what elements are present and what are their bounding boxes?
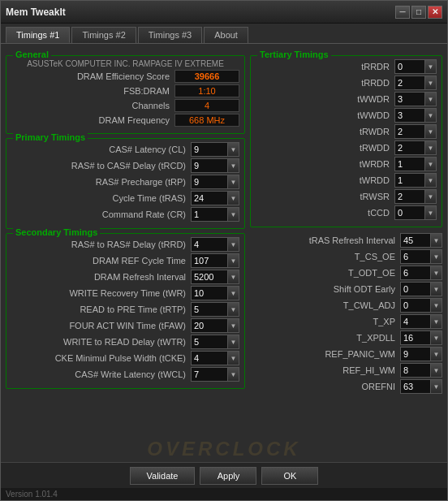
tertiary-row-9: tCCD ▼ bbox=[256, 205, 437, 220]
primary-control-4: ▼ bbox=[191, 207, 239, 222]
secondary-input-5[interactable] bbox=[191, 318, 228, 333]
extra-arrow-3[interactable]: ▼ bbox=[431, 282, 442, 296]
secondary-arrow-0[interactable]: ▼ bbox=[228, 237, 239, 252]
tertiary-input-0[interactable] bbox=[394, 59, 425, 74]
freq-row: DRAM Frequency 668 MHz bbox=[11, 114, 239, 127]
extra-arrow-7[interactable]: ▼ bbox=[431, 347, 442, 361]
extra-label-8: REF_HI_WM bbox=[250, 365, 400, 375]
secondary-arrow-2[interactable]: ▼ bbox=[228, 270, 239, 284]
secondary-control-3: ▼ bbox=[191, 286, 239, 300]
tab-timings1[interactable]: Timings #1 bbox=[6, 27, 70, 43]
efficiency-row: DRAM Efficiency Score 39666 bbox=[11, 70, 239, 83]
primary-input-2[interactable] bbox=[191, 175, 228, 189]
right-column: Tertiary Timings tRRDR ▼ tRRDD ▼ bbox=[250, 49, 442, 431]
primary-input-1[interactable] bbox=[191, 158, 228, 173]
secondary-input-4[interactable] bbox=[191, 302, 228, 317]
extra-arrow-0[interactable]: ▼ bbox=[431, 233, 442, 248]
extra-arrow-9[interactable]: ▼ bbox=[431, 379, 442, 394]
secondary-input-2[interactable] bbox=[191, 270, 228, 284]
validate-button[interactable]: Validate bbox=[130, 467, 196, 485]
tertiary-label-1: tRRDD bbox=[256, 78, 394, 88]
extra-input-9[interactable] bbox=[400, 379, 431, 394]
extra-arrow-6[interactable]: ▼ bbox=[431, 330, 442, 345]
extra-arrow-8[interactable]: ▼ bbox=[431, 363, 442, 378]
secondary-arrow-4[interactable]: ▼ bbox=[228, 302, 239, 317]
extra-arrow-5[interactable]: ▼ bbox=[431, 314, 442, 329]
left-column: General ASUSTeK COMPUTER INC. RAMPAGE IV… bbox=[6, 49, 245, 431]
tab-timings3[interactable]: Timings #3 bbox=[138, 27, 202, 43]
tertiary-input-9[interactable] bbox=[394, 205, 425, 220]
extra-input-3[interactable] bbox=[400, 282, 431, 296]
extra-input-4[interactable] bbox=[400, 298, 431, 313]
primary-control-1: ▼ bbox=[191, 158, 239, 173]
minimize-button[interactable]: ─ bbox=[395, 6, 410, 19]
extra-arrow-1[interactable]: ▼ bbox=[431, 249, 442, 264]
primary-input-3[interactable] bbox=[191, 191, 228, 205]
extra-control-3: ▼ bbox=[400, 282, 442, 296]
tertiary-arrow-6[interactable]: ▼ bbox=[425, 157, 437, 171]
ok-button[interactable]: OK bbox=[261, 467, 318, 485]
tertiary-input-1[interactable] bbox=[394, 76, 425, 90]
primary-arrow-3[interactable]: ▼ bbox=[228, 191, 239, 205]
secondary-arrow-6[interactable]: ▼ bbox=[228, 335, 239, 349]
extra-input-5[interactable] bbox=[400, 314, 431, 329]
tab-timings2[interactable]: Timings #2 bbox=[71, 27, 136, 43]
extra-control-6: ▼ bbox=[400, 330, 442, 345]
extra-arrow-2[interactable]: ▼ bbox=[431, 266, 442, 280]
tertiary-arrow-0[interactable]: ▼ bbox=[425, 59, 437, 74]
tertiary-row-8: tRWSR ▼ bbox=[256, 189, 437, 204]
tertiary-arrow-7[interactable]: ▼ bbox=[425, 173, 437, 188]
secondary-arrow-7[interactable]: ▼ bbox=[228, 351, 239, 365]
secondary-input-0[interactable] bbox=[191, 237, 228, 252]
primary-input-0[interactable] bbox=[191, 142, 228, 157]
extra-input-0[interactable] bbox=[400, 233, 431, 248]
secondary-input-8[interactable] bbox=[191, 367, 228, 382]
tertiary-arrow-8[interactable]: ▼ bbox=[425, 189, 437, 204]
secondary-arrow-3[interactable]: ▼ bbox=[228, 286, 239, 300]
secondary-arrow-5[interactable]: ▼ bbox=[228, 318, 239, 333]
tertiary-input-4[interactable] bbox=[394, 124, 425, 139]
secondary-input-6[interactable] bbox=[191, 335, 228, 349]
extra-row-3: Shift ODT Early ▼ bbox=[250, 282, 442, 296]
fsb-value: 1:10 bbox=[174, 84, 239, 97]
secondary-input-1[interactable] bbox=[191, 253, 228, 268]
tertiary-arrow-9[interactable]: ▼ bbox=[425, 205, 437, 220]
extra-input-8[interactable] bbox=[400, 363, 431, 378]
secondary-row-7: CKE Minimul Pulse Width (tCKE) ▼ bbox=[11, 351, 239, 365]
version-bar: Version 1.01.4 bbox=[1, 488, 447, 500]
tertiary-input-7[interactable] bbox=[394, 173, 425, 188]
tab-about[interactable]: About bbox=[204, 27, 248, 43]
primary-arrow-1[interactable]: ▼ bbox=[228, 158, 239, 173]
tertiary-input-3[interactable] bbox=[394, 108, 425, 123]
secondary-input-7[interactable] bbox=[191, 351, 228, 365]
tertiary-arrow-5[interactable]: ▼ bbox=[425, 140, 437, 155]
tertiary-arrow-3[interactable]: ▼ bbox=[425, 108, 437, 123]
secondary-control-0: ▼ bbox=[191, 237, 239, 252]
secondary-input-3[interactable] bbox=[191, 286, 228, 300]
tertiary-arrow-1[interactable]: ▼ bbox=[425, 76, 437, 90]
secondary-label: Secondary Timings bbox=[13, 227, 100, 237]
maximize-button[interactable]: □ bbox=[411, 6, 426, 19]
secondary-row-0: RAS# to RAS# Delay (tRRD) ▼ bbox=[11, 237, 239, 252]
tertiary-input-6[interactable] bbox=[394, 157, 425, 171]
secondary-arrow-1[interactable]: ▼ bbox=[228, 253, 239, 268]
primary-arrow-0[interactable]: ▼ bbox=[228, 142, 239, 157]
primary-arrow-2[interactable]: ▼ bbox=[228, 175, 239, 189]
close-button[interactable]: ✕ bbox=[428, 6, 442, 19]
primary-arrow-4[interactable]: ▼ bbox=[228, 207, 239, 222]
tertiary-label-3: tWWDD bbox=[256, 110, 394, 120]
secondary-arrow-8[interactable]: ▼ bbox=[228, 367, 239, 382]
extra-input-6[interactable] bbox=[400, 330, 431, 345]
extra-arrow-4[interactable]: ▼ bbox=[431, 298, 442, 313]
primary-control-3: ▼ bbox=[191, 191, 239, 205]
extra-input-7[interactable] bbox=[400, 347, 431, 361]
tertiary-input-2[interactable] bbox=[394, 92, 425, 106]
tertiary-input-5[interactable] bbox=[394, 140, 425, 155]
primary-input-4[interactable] bbox=[191, 207, 228, 222]
tertiary-input-8[interactable] bbox=[394, 189, 425, 204]
extra-input-1[interactable] bbox=[400, 249, 431, 264]
tertiary-arrow-4[interactable]: ▼ bbox=[425, 124, 437, 139]
extra-input-2[interactable] bbox=[400, 266, 431, 280]
apply-button[interactable]: Apply bbox=[200, 467, 256, 485]
tertiary-arrow-2[interactable]: ▼ bbox=[425, 92, 437, 106]
